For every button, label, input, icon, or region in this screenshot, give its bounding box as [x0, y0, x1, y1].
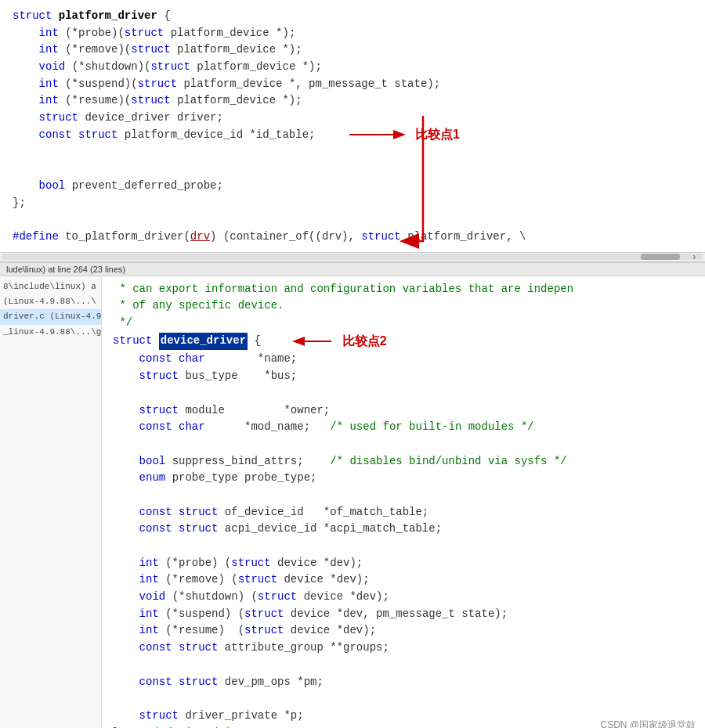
field-remove: int (*remove) (struct device *dev); [113, 571, 694, 589]
field-mod-name: const char *mod_name; /* used for built-… [113, 419, 694, 436]
field-acpi-match: const struct acpi_device_id *acpi_match_… [113, 521, 694, 538]
code-line-5: int (*suspend)(struct platform_device *,… [13, 76, 692, 93]
blank-6 [113, 690, 694, 708]
panel-label-text: lude\linux) at line 264 (23 lines) [6, 265, 125, 274]
field-resume: int (*resume) (struct device *dev); [113, 622, 694, 640]
sidebar-item-1[interactable]: 8\include\linux) a [0, 279, 101, 294]
top-panel: struct platform_driver { int (*probe)(st… [0, 0, 705, 253]
field-probe-type: enum probe_type probe_type; [113, 470, 694, 487]
comment-line-1: * can export information and configurati… [113, 281, 694, 298]
arrow1-svg [349, 126, 412, 143]
blank-1 [113, 385, 694, 402]
field-of-match: const struct of_device_id *of_match_tabl… [113, 504, 694, 521]
code-line-8: const struct platform_device_id *id_tabl… [13, 127, 692, 178]
code-line-2: int (*probe)(struct platform_device *); [13, 25, 692, 42]
code-line-10: }; [13, 195, 692, 212]
code-line-1: struct platform_driver { [13, 8, 692, 25]
panel-label-bar: lude\linux) at line 264 (23 lines) [0, 262, 705, 276]
code-line-3: int (*remove)(struct platform_device *); [13, 41, 692, 59]
field-bus: struct bus_type *bus; [113, 368, 694, 385]
sidebar-item-2[interactable]: (Linux-4.9.88\...\ [0, 294, 101, 309]
comment-line-2: * of any specific device. [113, 297, 694, 315]
blank-5 [113, 657, 694, 674]
comment-line-3: */ [113, 315, 694, 332]
code-line-9: bool prevent_deferred_probe; [13, 178, 692, 195]
blank-2 [113, 436, 694, 453]
field-owner: struct module *owner; [113, 402, 694, 420]
bottom-code-area: * can export information and configurati… [102, 276, 705, 728]
code-line-define: #define to_platform_driver(drv) (contain… [13, 229, 692, 246]
watermark: CSDN @国家级退堂鼓 [600, 719, 696, 728]
field-probe: int (*probe) (struct device *dev); [113, 555, 694, 572]
sidebar-item-4[interactable]: _linux-4.9.88\...\gi [0, 325, 101, 340]
code-line-4: void (*shutdown)(struct platform_device … [13, 59, 692, 76]
annotation-2-container: 比较点2 [292, 332, 387, 351]
annotation-1: 比较点1 [415, 125, 460, 145]
code-line-7: struct device_driver driver; [13, 110, 692, 127]
field-suspend: int (*suspend) (struct device *dev, pm_m… [113, 606, 694, 623]
code-line-6: int (*resume)(struct platform_device *); [13, 92, 692, 110]
blank-3 [113, 487, 694, 504]
device-driver-highlight: device_driver [159, 333, 248, 350]
blank-4 [113, 538, 694, 555]
bottom-panel: 8\include\linux) a (Linux-4.9.88\...\ dr… [0, 276, 705, 728]
code-line-blank [13, 211, 692, 229]
struct-device-driver-line: struct device_driver { 比较点2 [113, 332, 694, 351]
field-suppress: bool suppress_bind_attrs; /* disables bi… [113, 453, 694, 470]
field-name: const char *name; [113, 351, 694, 368]
field-groups: const struct attribute_group **groups; [113, 640, 694, 657]
left-sidebar: 8\include\linux) a (Linux-4.9.88\...\ dr… [0, 276, 102, 728]
sidebar-item-3[interactable]: driver.c (Linux-4.9 [0, 309, 101, 324]
annotation-2: 比较点2 [342, 332, 387, 351]
horizontal-scrollbar[interactable]: › [0, 253, 705, 262]
field-shutdown: void (*shutdown) (struct device *dev); [113, 589, 694, 606]
field-pm: const struct dev_pm_ops *pm; [113, 674, 694, 691]
arrow2-svg [292, 333, 339, 350]
